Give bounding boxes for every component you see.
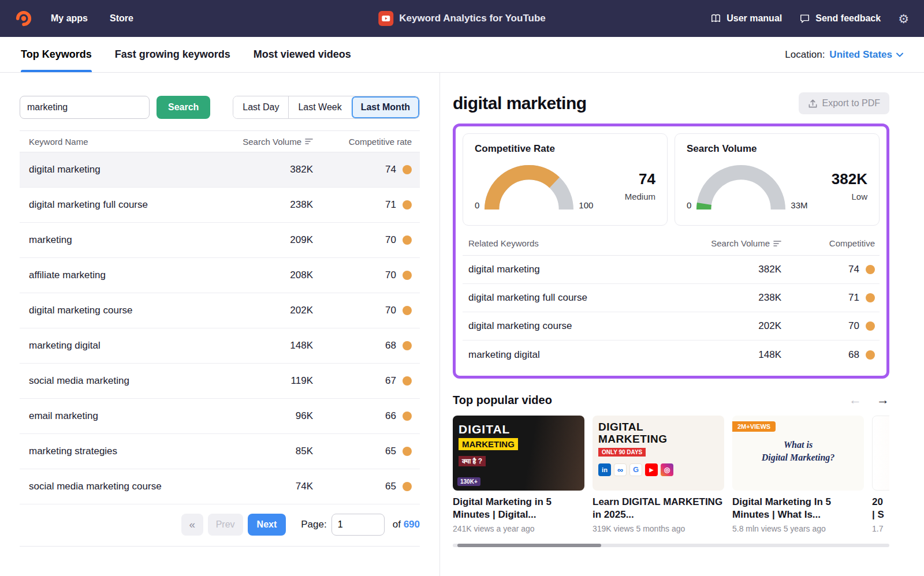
header-related-competitive: Competitive <box>781 238 880 248</box>
keyword-cell: email marketing <box>20 410 226 422</box>
table-row[interactable]: digital marketing course 202K 70 <box>20 293 420 328</box>
gauge-value: 74 <box>625 170 655 188</box>
related-row[interactable]: digital marketing 382K 74 <box>463 256 880 284</box>
rate-dot <box>403 165 412 174</box>
carousel-back-arrow-icon[interactable]: ← <box>849 392 862 407</box>
export-icon <box>808 99 818 109</box>
thumb-badge: 2M+VIEWS <box>732 421 776 432</box>
linkedin-logo-icon: in <box>598 463 611 476</box>
rate-dot <box>403 200 412 210</box>
video-title: 20 | S <box>872 496 889 521</box>
keyword-search-input[interactable] <box>20 96 150 119</box>
rate-dot <box>403 271 412 280</box>
period-last-day[interactable]: Last Day <box>233 96 288 118</box>
tab-top-keywords[interactable]: Top Keywords <box>21 37 92 72</box>
volume-cell: 85K <box>226 446 313 457</box>
tab-fast-growing-keywords[interactable]: Fast growing keywords <box>115 37 230 72</box>
page-number-input[interactable] <box>331 514 385 536</box>
thumb-text: क्या है ? <box>459 456 486 466</box>
rate-cell: 71 <box>313 199 420 211</box>
search-volume-gauge <box>696 164 786 211</box>
video-card[interactable]: DIGITAL MARKETING ONLY 90 DAYS in ∞ G ▶ … <box>593 416 724 533</box>
video-thumbnail <box>872 416 889 491</box>
video-title: Digital Marketing In 5 Minutes | What Is… <box>732 496 864 521</box>
chat-bubble-icon <box>799 13 810 24</box>
volume-cell: 202K <box>660 320 781 332</box>
search-controls: Search Last Day Last Week Last Month <box>20 96 420 119</box>
chevron-down-icon <box>896 53 903 57</box>
volume-cell: 96K <box>226 410 313 422</box>
thumb-text: DIGITAL <box>598 421 718 433</box>
header-related-keywords: Related Keywords <box>463 238 660 248</box>
volume-cell: 238K <box>660 292 781 304</box>
table-row[interactable]: marketing digital 148K 68 <box>20 328 420 364</box>
rate-dot <box>403 341 412 350</box>
keyword-cell: marketing <box>20 234 226 246</box>
table-row[interactable]: marketing strategies 85K 65 <box>20 434 420 469</box>
rate-dot <box>403 306 412 315</box>
semrush-logo-icon <box>15 10 32 27</box>
search-button[interactable]: Search <box>157 96 210 119</box>
horizontal-scrollbar-thumb[interactable] <box>457 544 601 547</box>
volume-cell: 202K <box>226 305 313 316</box>
gauge-max-label: 100 <box>579 200 593 210</box>
instagram-logo-icon: ◎ <box>661 463 673 476</box>
nav-store[interactable]: Store <box>110 13 133 24</box>
user-manual-link[interactable]: User manual <box>710 13 782 24</box>
rate-cell: 70 <box>781 320 880 332</box>
google-logo-icon: G <box>629 463 642 476</box>
table-row[interactable]: email marketing 96K 66 <box>20 399 420 434</box>
video-card[interactable]: 2M+VIEWS What is Digital Marketing? Digi… <box>732 416 864 533</box>
send-feedback-link[interactable]: Send feedback <box>799 13 881 24</box>
keywords-table: Keyword Name Search Volume Competitive r… <box>20 130 420 504</box>
volume-cell: 148K <box>226 340 313 351</box>
related-row[interactable]: digital marketing full course 238K 71 <box>463 284 880 312</box>
export-to-pdf-button[interactable]: Export to PDF <box>799 92 889 114</box>
carousel-forward-arrow-icon[interactable]: → <box>877 392 889 407</box>
volume-cell: 238K <box>226 199 313 211</box>
period-last-month[interactable]: Last Month <box>351 96 419 118</box>
keywords-panel: Search Last Day Last Week Last Month Key… <box>0 73 440 576</box>
video-title: Learn DIGITAL MARKETING in 2025... <box>593 496 724 521</box>
semrush-logo[interactable] <box>15 10 32 27</box>
table-row[interactable]: digital marketing full course 238K 71 <box>20 188 420 223</box>
video-thumbnail: DIGITAL MARKETING ONLY 90 DAYS in ∞ G ▶ … <box>593 416 724 491</box>
location-value[interactable]: United States <box>829 49 903 61</box>
app-header: Keyword Analytics for YouTube <box>378 11 545 26</box>
video-meta: 241K views a year ago <box>453 524 584 533</box>
table-row[interactable]: social media marketing 119K 67 <box>20 364 420 399</box>
rate-cell: 65 <box>313 446 420 457</box>
related-row[interactable]: marketing digital 148K 68 <box>463 341 880 369</box>
nav-my-apps[interactable]: My apps <box>51 13 88 24</box>
settings-gear-icon[interactable]: ⚙ <box>898 13 909 25</box>
keyword-cell: digital marketing full course <box>20 199 226 211</box>
first-page-button[interactable]: « <box>181 514 203 536</box>
period-last-week[interactable]: Last Week <box>288 96 351 118</box>
gauge-cards: Competitive Rate 0 100 74 Medium <box>463 133 880 226</box>
video-card[interactable]: 20 | S 1.7 <box>872 416 889 533</box>
rate-dot <box>866 293 875 302</box>
prev-page-button[interactable]: Prev <box>208 514 243 536</box>
next-page-button[interactable]: Next <box>248 514 286 536</box>
search-volume-card: Search Volume 0 33M 382K Low <box>675 133 880 226</box>
header-related-volume[interactable]: Search Volume <box>660 238 781 248</box>
top-popular-video-title: Top popular video <box>453 394 552 407</box>
related-row[interactable]: digital marketing course 202K 70 <box>463 312 880 341</box>
volume-cell: 74K <box>226 481 313 492</box>
keyword-cell: social media marketing <box>20 375 226 387</box>
table-row[interactable]: social media marketing course 74K 65 <box>20 469 420 504</box>
gauge-value-block: 74 Medium <box>625 170 655 201</box>
youtube-logo-icon: ▶ <box>645 463 658 476</box>
location-label: Location: <box>785 49 825 61</box>
table-row[interactable]: digital marketing 382K 74 <box>20 152 420 188</box>
gauge-title: Competitive Rate <box>475 143 655 155</box>
keyword-cell: affiliate marketing <box>20 270 226 281</box>
thumb-text: MARKETING <box>598 433 718 446</box>
table-row[interactable]: affiliate marketing 208K 70 <box>20 258 420 293</box>
rate-dot <box>403 376 412 386</box>
tab-most-viewed-videos[interactable]: Most viewed videos <box>254 37 351 72</box>
header-search-volume[interactable]: Search Volume <box>226 137 313 147</box>
table-row[interactable]: marketing 209K 70 <box>20 223 420 258</box>
video-card[interactable]: DIGITAL MARKETING क्या है ? 130K+ Digita… <box>453 416 584 533</box>
total-pages[interactable]: 690 <box>404 519 420 530</box>
